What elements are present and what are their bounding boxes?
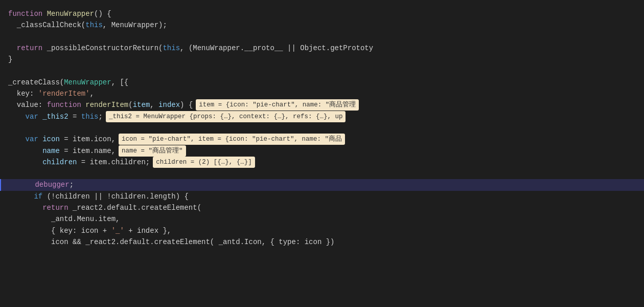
empty-line-6	[0, 65, 644, 77]
code-line-20: { key: icon + '_' + index },	[0, 225, 644, 236]
code-line-21: icon && _react2.default.createElement( _…	[0, 236, 644, 248]
code-line-10: var _this2 = this;_this2 = MenuWrapper {…	[0, 111, 644, 122]
empty-line-15	[0, 168, 644, 179]
code-line-debugger: debugger;	[0, 179, 644, 190]
code-line-9: value: function renderItem(item, index) …	[0, 99, 644, 111]
function-name: MenuWrapper	[47, 8, 94, 19]
code-line-4: return _possibleConstructorReturn(this, …	[0, 42, 644, 54]
code-line-5: }	[0, 54, 644, 65]
empty-line-3	[0, 31, 644, 42]
code-editor: function MenuWrapper() { _classCallCheck…	[0, 0, 644, 307]
code-line-17: if (!children || !children.length) {	[0, 191, 644, 202]
code-line-19: _antd.Menu.item,	[0, 213, 644, 225]
code-line-12: var icon = item.icon,icon = "pie-chart",…	[0, 134, 644, 145]
hint-this2: _this2 = MenuWrapper {props: {…}, contex…	[106, 111, 346, 122]
code-line-13: name = item.name,name = "商品管理"	[0, 145, 644, 157]
hint-children: children = (2) [{…}, {…}]	[153, 157, 255, 168]
code-line-2: _classCallCheck(this, MenuWrapper);	[0, 19, 644, 31]
code-line-18: return _react2.default.createElement(	[0, 202, 644, 213]
code-line-8: key: 'renderItem',	[0, 88, 644, 99]
hint-item: item = {icon: "pie-chart", name: "商品管理	[196, 99, 359, 111]
code-line-1: function MenuWrapper() {	[0, 8, 644, 19]
code-line-7: _createClass(MenuWrapper, [{	[0, 77, 644, 88]
empty-line-11	[0, 122, 644, 134]
hint-name: name = "商品管理"	[119, 145, 186, 157]
code-line-14: children = item.children;children = (2) …	[0, 157, 644, 168]
hint-icon: icon = "pie-chart", item = {icon: "pie-c…	[119, 134, 345, 145]
keyword-function: function	[8, 8, 47, 19]
